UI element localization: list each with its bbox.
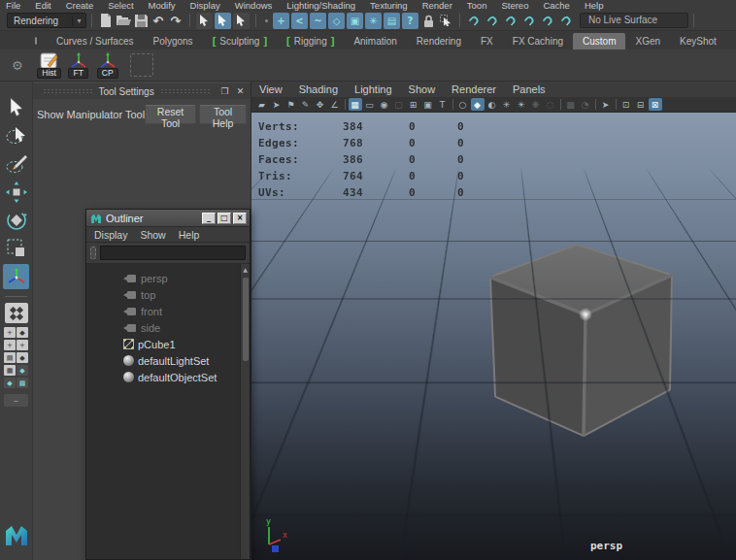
shelf-tab[interactable]: TURTLE: [726, 33, 736, 49]
outliner-item[interactable]: defaultLightSet: [86, 352, 240, 369]
sel-mask-angle-icon[interactable]: <: [291, 13, 308, 29]
shelf-tab[interactable]: Curves / Surfaces: [47, 33, 143, 49]
menu-item[interactable]: Cache: [543, 0, 569, 11]
exposure-icon[interactable]: ▩: [564, 98, 578, 111]
empty-shelf-slot[interactable]: [130, 53, 153, 77]
menu-item[interactable]: Stereo: [501, 0, 528, 11]
scroll-up-arrow-icon[interactable]: ▲: [243, 264, 248, 276]
menu-item[interactable]: Edit: [35, 0, 50, 11]
layout-two-pane-side-button[interactable]: +: [4, 340, 16, 350]
redo-icon[interactable]: ↷: [167, 12, 184, 29]
shelf-tab[interactable]: Custom: [573, 33, 625, 49]
safe-title-icon[interactable]: T: [436, 98, 450, 111]
close-button[interactable]: ×: [233, 213, 247, 224]
layout-quad-button[interactable]: [5, 303, 28, 323]
layout-two-pane-stacked-button[interactable]: +: [17, 340, 28, 350]
menu-item[interactable]: Toon: [467, 0, 487, 11]
minimize-button[interactable]: _: [202, 213, 216, 224]
wireframe-icon[interactable]: ○: [456, 98, 470, 111]
outliner-item[interactable]: defaultObjectSet: [86, 369, 240, 385]
pcube-object[interactable]: [485, 240, 680, 445]
outliner-search-input[interactable]: [100, 246, 246, 260]
lock-icon[interactable]: [419, 12, 437, 29]
chevron-down-icon[interactable]: ▾: [72, 16, 85, 25]
group-collapse-dot[interactable]: [265, 19, 268, 22]
make-live-magnet-icon[interactable]: [558, 12, 575, 29]
reset-tool-button[interactable]: Reset Tool: [145, 105, 196, 124]
filter-icon[interactable]: [90, 247, 96, 259]
sel-mask-asterisk-icon[interactable]: ✳: [365, 13, 382, 29]
layout-single-pane-button[interactable]: +: [4, 327, 16, 338]
select-camera-icon[interactable]: ➤: [270, 98, 284, 111]
toolbar-separator[interactable]: [593, 98, 598, 111]
live-surface-field[interactable]: No Live Surface: [580, 13, 688, 28]
last-tool-used[interactable]: [3, 264, 29, 289]
motion-blur-icon[interactable]: ◌: [544, 98, 557, 111]
layout-persp-uv-button[interactable]: ▩: [17, 378, 28, 388]
panel-menu-item[interactable]: Lighting: [354, 83, 392, 95]
outliner-item[interactable]: top: [86, 286, 240, 303]
shelf-tab[interactable]: Sculpting: [203, 32, 277, 49]
panel-menu-item[interactable]: Shading: [299, 83, 338, 95]
image-plane-icon[interactable]: ✎: [299, 98, 313, 111]
highlight-selection-icon[interactable]: [437, 12, 454, 29]
layout-four-pane-button[interactable]: ◆: [17, 327, 28, 338]
panel-menu-item[interactable]: Renderer: [452, 83, 496, 95]
shelf-tab[interactable]: Animation: [344, 33, 406, 49]
outliner-item[interactable]: persp: [86, 270, 240, 286]
outliner-titlebar[interactable]: Outliner _ □ ×: [86, 210, 250, 227]
outliner-item[interactable]: front: [86, 303, 240, 319]
menu-item[interactable]: Texturing: [370, 0, 408, 11]
menu-item[interactable]: Select: [108, 0, 133, 11]
sel-mask-grid-icon[interactable]: ▣: [347, 13, 363, 29]
shelf-tab[interactable]: Rendering: [407, 33, 471, 49]
shelf-tab[interactable]: FX: [471, 33, 503, 49]
select-object-icon[interactable]: [215, 13, 231, 29]
shelf-button[interactable]: CP: [93, 51, 122, 79]
grid-toggle-icon[interactable]: ▦: [349, 98, 362, 111]
layout-hypergraph-persp-button[interactable]: ▦: [4, 365, 16, 376]
undo-icon[interactable]: ↶: [150, 12, 167, 29]
menu-item[interactable]: Windows: [235, 0, 273, 11]
sel-mask-curve-icon[interactable]: ~: [310, 13, 326, 29]
shelf-tab[interactable]: Rigging: [277, 32, 344, 49]
menu-item[interactable]: Modify: [149, 0, 176, 11]
outliner-item[interactable]: side: [86, 319, 240, 336]
outliner-menu-item[interactable]: Display: [94, 229, 127, 241]
shelf-button[interactable]: FT: [64, 51, 93, 79]
scrollbar-thumb[interactable]: [243, 278, 249, 361]
gear-icon[interactable]: ⚙: [12, 58, 23, 73]
shelf-tab[interactable]: XGen: [625, 33, 670, 49]
snap-curve-magnet-icon[interactable]: [485, 12, 501, 29]
ao-icon[interactable]: ❋: [529, 98, 543, 111]
layout-more-button[interactable]: ‒: [4, 394, 28, 407]
menu-item[interactable]: Render: [422, 0, 452, 11]
bookmark-icon[interactable]: ⚑: [284, 98, 298, 111]
new-scene-icon[interactable]: [97, 12, 115, 29]
menu-item[interactable]: File: [6, 0, 20, 11]
measure-icon[interactable]: ∠: [328, 98, 342, 111]
field-chart-icon[interactable]: ⊞: [407, 98, 420, 111]
undock-icon[interactable]: ❐: [218, 85, 231, 97]
shelf-tab[interactable]: FX Caching: [503, 33, 573, 49]
outliner-menu-item[interactable]: Show: [140, 229, 165, 241]
open-scene-icon[interactable]: [115, 12, 132, 29]
safe-action-icon[interactable]: ▣: [421, 98, 435, 111]
shadows-icon[interactable]: ☀: [515, 98, 528, 111]
use-all-lights-icon[interactable]: ✳: [500, 98, 514, 111]
outliner-scrollbar[interactable]: ▲: [240, 264, 250, 559]
outliner-item[interactable]: pCube1: [86, 336, 240, 352]
lasso-select-tool[interactable]: [3, 123, 29, 148]
tool-help-button[interactable]: Tool Help: [199, 105, 247, 124]
layout-outliner-persp-button[interactable]: ▤: [4, 352, 16, 363]
viewport-canvas[interactable]: Verts: 384 0 0 Edges: 768 0 0: [251, 112, 736, 560]
toolbar-separator[interactable]: [451, 98, 455, 111]
camera-icon[interactable]: ▰: [255, 98, 269, 111]
snap-point-magnet-icon[interactable]: [503, 12, 519, 29]
shaded-icon[interactable]: ◆: [471, 98, 485, 111]
sel-mask-help-icon[interactable]: ?: [402, 13, 418, 29]
maximize-button[interactable]: □: [217, 213, 231, 224]
outliner-list[interactable]: persp top front side: [86, 264, 250, 559]
menu-item[interactable]: Lighting/Shading: [286, 0, 355, 11]
sel-mask-diamond-icon[interactable]: ◇: [328, 13, 345, 29]
